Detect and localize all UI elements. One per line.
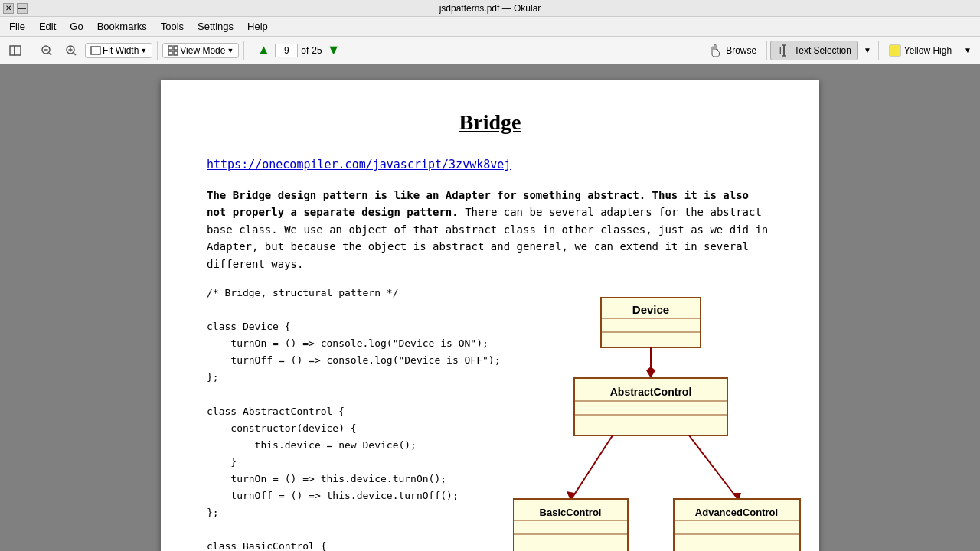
abstract-control-label: AbstractControl	[610, 386, 692, 398]
text-selection-icon: I	[777, 44, 791, 57]
page-up-button[interactable]: ▲	[255, 42, 272, 59]
menu-bookmarks[interactable]: Bookmarks	[91, 19, 153, 34]
basic-control-label: BasicControl	[540, 507, 602, 518]
window-title: jsdpatterns.pdf — Okular	[439, 3, 541, 14]
svg-line-8	[74, 53, 76, 55]
page-link[interactable]: https://onecompiler.com/javascript/3zvwk…	[207, 158, 773, 171]
svg-rect-10	[168, 46, 172, 50]
menu-go[interactable]: Go	[64, 19, 89, 34]
yellow-high-arrow-icon: ▼	[964, 46, 972, 54]
page-down-button[interactable]: ▼	[325, 42, 342, 59]
menu-tools[interactable]: Tools	[155, 19, 190, 34]
text-selection-arrow-icon: ▼	[864, 46, 871, 54]
yellow-highlight-button[interactable]: Yellow High	[882, 41, 959, 60]
page-navigation: ▲ 9 of 25 ▼	[255, 42, 341, 59]
separator-1	[31, 41, 31, 60]
sidebar-toggle-button[interactable]	[5, 41, 26, 60]
text-selection-dropdown[interactable]: ▼	[860, 43, 875, 57]
document-area[interactable]: Bridge https://onecompiler.com/javascrip…	[0, 64, 980, 551]
pdf-page: Bridge https://onecompiler.com/javascrip…	[161, 80, 819, 551]
svg-text:I: I	[779, 45, 782, 57]
svg-marker-22	[646, 367, 655, 378]
svg-line-4	[49, 53, 51, 55]
zoom-out-icon	[41, 44, 53, 57]
minimize-button[interactable]: —	[17, 3, 28, 14]
page-number-input[interactable]: 9	[275, 44, 298, 57]
svg-rect-0	[10, 46, 15, 55]
right-toolbar: Browse I Text Selection ▼ Yellow High ▼	[702, 41, 975, 60]
separator-4	[766, 41, 767, 60]
titlebar-controls: ✕ —	[3, 3, 28, 14]
fit-width-arrow: ▼	[140, 47, 147, 54]
fit-width-button[interactable]: Fit Width ▼	[85, 43, 152, 58]
separator-2	[157, 41, 158, 60]
menu-file[interactable]: File	[3, 19, 31, 34]
page-of-label: of	[301, 45, 309, 56]
separator-5	[878, 41, 879, 60]
svg-rect-13	[174, 51, 178, 55]
svg-line-28	[689, 435, 739, 500]
uml-diagram: Device AbstractControl	[513, 294, 804, 551]
view-mode-button[interactable]: View Mode ▼	[162, 43, 239, 58]
uml-svg: Device AbstractControl	[513, 294, 804, 551]
svg-line-26	[570, 435, 612, 500]
svg-rect-11	[174, 46, 178, 50]
text-selection-label: Text Selection	[794, 45, 851, 56]
titlebar: ✕ — jsdpatterns.pdf — Okular	[0, 0, 980, 17]
device-label: Device	[632, 303, 669, 316]
zoom-in-button[interactable]	[60, 41, 82, 60]
yellow-highlight-icon	[889, 44, 901, 57]
yellow-highlight-dropdown[interactable]: ▼	[960, 43, 975, 57]
advanced-control-label: AdvancedControl	[695, 507, 778, 518]
fit-width-icon	[90, 45, 101, 56]
svg-rect-9	[91, 47, 100, 54]
close-button[interactable]: ✕	[3, 3, 14, 14]
zoom-in-icon	[65, 44, 77, 57]
page-title: Bridge	[207, 110, 773, 135]
sidebar-icon	[9, 44, 21, 57]
view-mode-icon	[168, 45, 178, 56]
browse-tool-button[interactable]: Browse	[702, 41, 763, 60]
svg-rect-1	[15, 46, 21, 55]
zoom-out-button[interactable]	[36, 41, 57, 60]
menubar: File Edit Go Bookmarks Tools Settings He…	[0, 17, 980, 37]
menu-settings[interactable]: Settings	[191, 19, 240, 34]
menu-help[interactable]: Help	[241, 19, 274, 34]
text-selection-button[interactable]: I Text Selection	[770, 41, 858, 60]
browse-label: Browse	[726, 45, 756, 56]
page-total-label: 25	[312, 45, 322, 56]
intro-paragraph: The Bridge design pattern is like an Ada…	[207, 187, 773, 272]
yellow-high-label: Yellow High	[904, 45, 952, 56]
svg-rect-12	[168, 51, 172, 55]
fit-width-label: Fit Width	[103, 45, 139, 56]
menu-edit[interactable]: Edit	[33, 19, 62, 34]
separator-3	[243, 41, 244, 60]
view-mode-label: View Mode	[180, 45, 225, 56]
toolbar: Fit Width ▼ View Mode ▼ ▲ 9 of 25 ▼ Brow…	[0, 37, 980, 64]
hand-icon	[709, 44, 723, 57]
view-mode-arrow: ▼	[227, 47, 234, 54]
